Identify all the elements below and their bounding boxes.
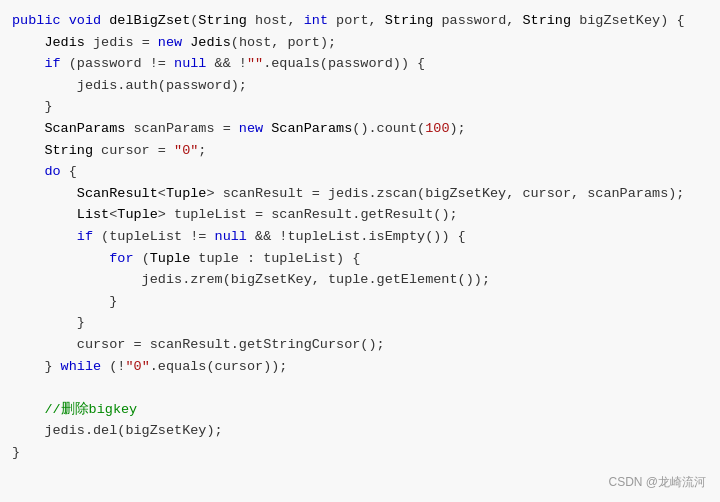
- code-container: public void delBigZset(String host, int …: [0, 0, 720, 502]
- code-block: public void delBigZset(String host, int …: [12, 10, 708, 463]
- watermark: CSDN @龙崎流河: [608, 473, 706, 492]
